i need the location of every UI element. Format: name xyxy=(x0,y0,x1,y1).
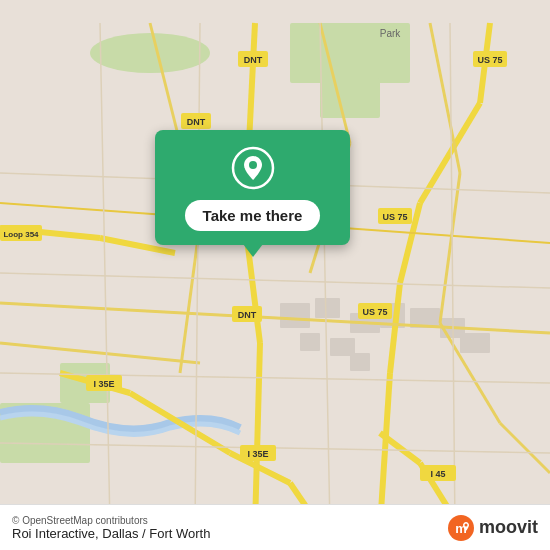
svg-text:DNT: DNT xyxy=(244,55,263,65)
bottom-left-info: © OpenStreetMap contributors Roi Interac… xyxy=(12,515,210,541)
svg-text:US 75: US 75 xyxy=(382,212,407,222)
moovit-icon: m xyxy=(447,514,475,542)
svg-point-3 xyxy=(90,33,210,73)
svg-point-77 xyxy=(464,523,467,526)
location-pin-icon xyxy=(231,146,275,190)
bottom-bar: © OpenStreetMap contributors Roi Interac… xyxy=(0,504,550,550)
popup-card[interactable]: Take me there xyxy=(155,130,350,245)
map-container: DNT DNT DNT US 75 US 75 US 75 Loop 354 I… xyxy=(0,0,550,550)
svg-rect-14 xyxy=(460,333,490,353)
svg-text:US 75: US 75 xyxy=(362,307,387,317)
svg-rect-15 xyxy=(350,353,370,371)
svg-text:US 75: US 75 xyxy=(477,55,502,65)
svg-text:DNT: DNT xyxy=(187,117,206,127)
svg-text:Park: Park xyxy=(380,28,402,39)
svg-text:DNT: DNT xyxy=(238,310,257,320)
copyright-text: © OpenStreetMap contributors xyxy=(12,515,210,526)
svg-text:Loop 354: Loop 354 xyxy=(3,230,39,239)
svg-point-74 xyxy=(249,161,257,169)
svg-rect-7 xyxy=(315,298,340,318)
svg-text:I 35E: I 35E xyxy=(247,449,268,459)
svg-rect-2 xyxy=(320,78,380,118)
take-me-there-button[interactable]: Take me there xyxy=(185,200,321,231)
svg-rect-6 xyxy=(280,303,310,328)
svg-rect-11 xyxy=(300,333,320,351)
svg-text:I 35E: I 35E xyxy=(93,379,114,389)
moovit-brand-text: moovit xyxy=(479,517,538,538)
location-text: Roi Interactive, Dallas / Fort Worth xyxy=(12,526,210,541)
moovit-logo: m moovit xyxy=(447,514,538,542)
svg-text:I 45: I 45 xyxy=(430,469,445,479)
map-background: DNT DNT DNT US 75 US 75 US 75 Loop 354 I… xyxy=(0,0,550,550)
